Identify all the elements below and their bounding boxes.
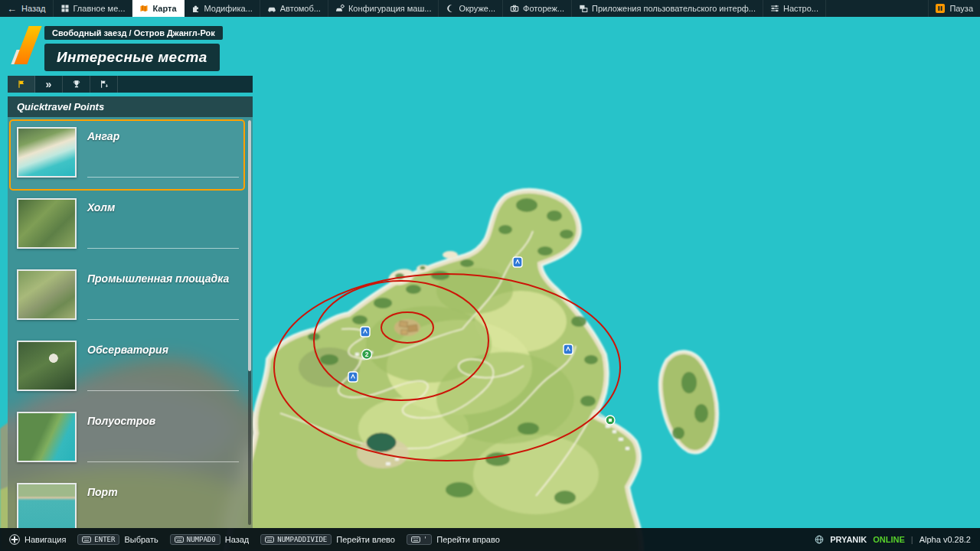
player-name: PRYANIK <box>830 535 867 544</box>
item-divider <box>87 248 239 249</box>
quicktravel-list: Ангар Холм Промышленная площадка <box>8 117 253 528</box>
pause-icon <box>936 4 945 13</box>
item-divider <box>87 319 239 320</box>
item-divider <box>87 390 239 391</box>
thumbnail-port <box>17 483 77 528</box>
list-item-observatory[interactable]: Обсерватория <box>9 333 245 404</box>
map-marker-badge-2: 2 <box>362 350 372 360</box>
back-label: Назад <box>21 4 46 13</box>
item-divider <box>87 177 239 178</box>
item-label: Промышленная площадка <box>87 272 239 285</box>
flag-icon <box>17 80 26 89</box>
hint-select: ENTER Выбрать <box>77 534 158 545</box>
pause-label: Пауза <box>949 4 973 13</box>
key-badge: ' <box>407 534 432 545</box>
windows-icon <box>579 4 588 13</box>
map-marker-shield <box>348 372 358 382</box>
breadcrumb: Свободный заезд / Остров Джангл-Рок <box>44 26 223 40</box>
hint-left: NUMPADDIVIDE Перейти влево <box>260 534 395 545</box>
tab-environment[interactable]: Окруже... <box>439 0 503 17</box>
tab-mods[interactable]: Модифика... <box>185 0 260 17</box>
version-label: Alpha v0.28.2 <box>920 535 971 544</box>
tab-map[interactable]: Карта <box>132 0 184 17</box>
subtab-challenges[interactable] <box>63 76 90 93</box>
trophy-icon <box>72 80 81 89</box>
tab-label: Приложения пользовательского интерф... <box>592 4 756 13</box>
map-screen: 2 ← Назад Главное ме... Карта <box>0 0 980 551</box>
separator: | <box>911 535 913 544</box>
hint-label: Перейти влево <box>336 535 395 544</box>
online-status: ONLINE <box>873 535 905 544</box>
top-menu-bar: ← Назад Главное ме... Карта Модифика... … <box>0 0 980 17</box>
hint-label: Назад <box>225 535 250 544</box>
tab-photo-mode[interactable]: Фотореж... <box>503 0 572 17</box>
moon-icon <box>446 4 455 13</box>
thumbnail-industrial <box>17 269 77 320</box>
key-label: NUMPADDIVIDE <box>277 536 327 543</box>
thumbnail-hill <box>17 198 77 249</box>
tab-vehicles[interactable]: Автомоб... <box>260 0 328 17</box>
back-arrow-icon: ← <box>7 4 17 14</box>
key-label: ' <box>423 536 427 543</box>
pause-button[interactable]: Пауза <box>928 0 980 17</box>
beamng-logo <box>14 26 40 64</box>
list-item-hangar[interactable]: Ангар <box>9 119 245 191</box>
item-label: Порт <box>87 486 239 498</box>
svg-text:2: 2 <box>365 350 369 358</box>
list-scrollbar[interactable] <box>248 120 251 525</box>
subtab-missions[interactable]: » <box>35 76 63 93</box>
hint-back: NUMPAD0 Назад <box>170 534 249 545</box>
item-label: Холм <box>87 201 239 214</box>
item-label: Полуостров <box>87 415 239 427</box>
subtab-spawn-points[interactable] <box>90 76 118 93</box>
globe-icon <box>815 535 824 544</box>
subtab-quicktravel[interactable] <box>8 76 35 93</box>
list-item-port[interactable]: Порт <box>9 475 245 528</box>
sliders-icon <box>770 4 779 13</box>
thumbnail-peninsula <box>17 412 77 462</box>
tab-label: Конфигурация маш... <box>348 4 432 13</box>
tab-label: Главное ме... <box>74 4 126 13</box>
list-item-industrial[interactable]: Промышленная площадка <box>9 262 245 333</box>
hint-label: Навигация <box>24 535 66 544</box>
list-item-hill[interactable]: Холм <box>9 191 245 262</box>
tab-settings[interactable]: Настро... <box>763 0 826 17</box>
tab-label: Автомоб... <box>280 4 321 13</box>
page-title: Интересные места <box>44 44 220 71</box>
map-marker-shield <box>361 327 370 337</box>
list-item-peninsula[interactable]: Полуостров <box>9 404 245 475</box>
back-button[interactable]: ← Назад <box>0 0 54 17</box>
key-badge: ENTER <box>77 534 119 545</box>
tab-vehicle-config[interactable]: Конфигурация маш... <box>328 0 439 17</box>
dpad-icon <box>9 534 20 545</box>
scrollbar-thumb[interactable] <box>248 120 251 371</box>
tab-main-menu[interactable]: Главное ме... <box>54 0 133 17</box>
tab-ui-apps[interactable]: Приложения пользовательского интерф... <box>572 0 763 17</box>
hint-navigation: Навигация <box>9 534 66 545</box>
car-gear-icon <box>335 4 345 13</box>
key-label: NUMPAD0 <box>187 536 216 543</box>
footer-status: PRYANIK ONLINE | Alpha v0.28.2 <box>815 535 971 544</box>
tab-label: Карта <box>152 4 176 13</box>
camera-icon <box>510 4 519 13</box>
key-badge: NUMPAD0 <box>170 534 220 545</box>
map-marker-shield <box>564 344 573 354</box>
chevrons-icon: » <box>46 79 52 90</box>
keyboard-icon <box>265 536 274 543</box>
map-icon <box>139 4 149 13</box>
thumbnail-hangar <box>17 127 77 178</box>
item-label: Ангар <box>87 130 239 142</box>
keyboard-icon <box>175 536 184 543</box>
map-marker-shield <box>513 257 522 267</box>
puzzle-icon <box>191 4 201 13</box>
tab-label: Модифика... <box>204 4 253 13</box>
tab-label: Фотореж... <box>523 4 564 13</box>
hint-right: ' Перейти вправо <box>407 534 500 545</box>
hint-label: Выбрать <box>124 535 158 544</box>
tab-label: Настро... <box>783 4 818 13</box>
key-label: ENTER <box>94 536 115 543</box>
hint-label: Перейти вправо <box>436 535 500 544</box>
tab-label: Окруже... <box>459 4 495 13</box>
grid-icon <box>60 4 70 13</box>
item-divider <box>87 461 239 462</box>
